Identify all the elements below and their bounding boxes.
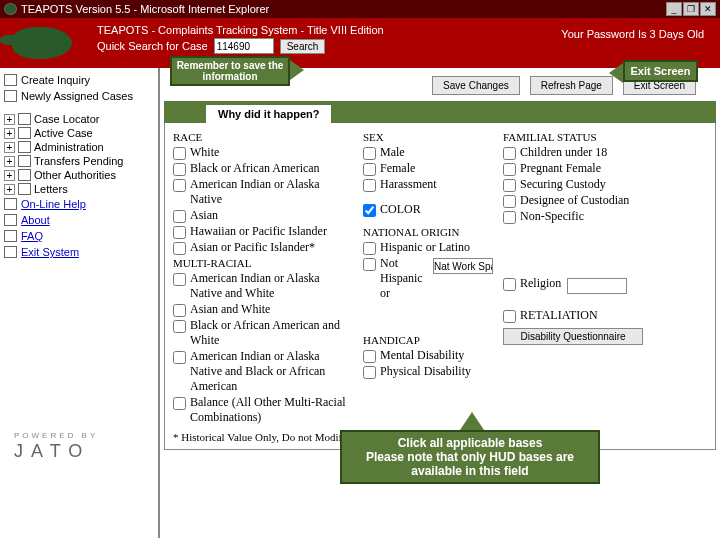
folder-icon (18, 183, 31, 195)
tree-active-case[interactable]: +Active Case (2, 126, 156, 140)
sidebar-newly-assigned[interactable]: Newly Assigned Cases (2, 88, 156, 104)
quicksearch-label: Quick Search for Case (97, 40, 208, 52)
chk-male[interactable] (363, 147, 376, 160)
doc-icon (4, 246, 17, 258)
chk-black[interactable] (173, 163, 186, 176)
folder-icon (18, 141, 31, 153)
chk-female[interactable] (363, 163, 376, 176)
chk-m2[interactable] (173, 304, 186, 317)
arrow-exit-icon (609, 63, 623, 83)
folder-icon (18, 169, 31, 181)
quicksearch-input[interactable] (214, 38, 274, 54)
hand-header: HANDICAP (363, 334, 493, 346)
titlebar: TEAPOTS Version 5.5 - Microsoft Internet… (0, 0, 720, 18)
doc-icon (4, 74, 17, 86)
chk-m3[interactable] (173, 320, 186, 333)
jato-logo: JATO (14, 441, 90, 462)
chk-retaliation[interactable] (503, 310, 516, 323)
tree-other-auth[interactable]: +Other Authorities (2, 168, 156, 182)
tree-case-locator[interactable]: +Case Locator (2, 112, 156, 126)
chk-custody[interactable] (503, 179, 516, 192)
fam-header: FAMILIAL STATUS (503, 131, 643, 143)
chk-religion[interactable] (503, 278, 516, 291)
nat-header: NATIONAL ORIGIN (363, 226, 493, 238)
app-icon (4, 3, 17, 15)
sex-header: SEX (363, 131, 493, 143)
chk-mental[interactable] (363, 350, 376, 363)
chk-m5[interactable] (173, 397, 186, 410)
religion-input[interactable] (567, 278, 627, 294)
window-title: TEAPOTS Version 5.5 - Microsoft Internet… (21, 3, 269, 15)
chk-harass[interactable] (363, 179, 376, 192)
chk-nonspec[interactable] (503, 211, 516, 224)
link-about[interactable]: About (2, 212, 156, 228)
doc-icon (4, 230, 17, 242)
close-button[interactable]: ✕ (700, 2, 716, 16)
link-help[interactable]: On-Line Help (2, 196, 156, 212)
callout-save: Remember to save the information (170, 56, 290, 86)
folder-icon (18, 127, 31, 139)
tree-administration[interactable]: +Administration (2, 140, 156, 154)
doc-icon (4, 90, 17, 102)
save-button[interactable]: Save Changes (432, 76, 520, 95)
chk-m4[interactable] (173, 351, 186, 364)
link-faq[interactable]: FAQ (2, 228, 156, 244)
callout-bottom: Click all applicable bases Please note t… (340, 430, 600, 484)
sidebar-create-inquiry[interactable]: Create Inquiry (2, 72, 156, 88)
chk-aian[interactable] (173, 179, 186, 192)
logo (4, 20, 89, 66)
folder-icon (18, 113, 31, 125)
chk-asian[interactable] (173, 210, 186, 223)
chk-hawaiian[interactable] (173, 226, 186, 239)
chk-designee[interactable] (503, 195, 516, 208)
historical-note: * Historical Value Only, Do not Modify (173, 431, 353, 443)
chk-m1[interactable] (173, 273, 186, 286)
tree-transfers[interactable]: +Transfers Pending (2, 154, 156, 168)
doc-icon (4, 214, 17, 226)
multi-header: MULTI-RACIAL (173, 257, 353, 269)
chk-nothisp[interactable] (363, 258, 376, 271)
chk-api[interactable] (173, 242, 186, 255)
chk-physical[interactable] (363, 366, 376, 379)
doc-icon (4, 198, 17, 210)
expand-icon[interactable]: + (4, 156, 15, 167)
tab-row: Why did it happen? (164, 101, 716, 123)
arrow-up-icon (460, 412, 484, 430)
header-band: TEAPOTS - Complaints Tracking System - T… (0, 18, 720, 68)
sidebar: Create Inquiry Newly Assigned Cases +Cas… (0, 68, 160, 538)
tab-why[interactable]: Why did it happen? (204, 103, 333, 123)
minimize-button[interactable]: _ (666, 2, 682, 16)
search-button[interactable]: Search (280, 39, 326, 54)
race-header: RACE (173, 131, 353, 143)
form-body: RACE White Black or African American Ame… (164, 123, 716, 450)
chk-white[interactable] (173, 147, 186, 160)
chk-hisp[interactable] (363, 242, 376, 255)
chk-color[interactable] (363, 204, 376, 217)
expand-icon[interactable]: + (4, 170, 15, 181)
teapot-icon (12, 27, 72, 59)
maximize-button[interactable]: ❐ (683, 2, 699, 16)
expand-icon[interactable]: + (4, 142, 15, 153)
refresh-button[interactable]: Refresh Page (530, 76, 613, 95)
callout-exit: Exit Screen (623, 60, 698, 82)
folder-icon (18, 155, 31, 167)
expand-icon[interactable]: + (4, 128, 15, 139)
disability-questionnaire-button[interactable]: Disability Questionnaire (503, 328, 643, 345)
chk-pregnant[interactable] (503, 163, 516, 176)
expand-icon[interactable]: + (4, 114, 15, 125)
tree-letters[interactable]: +Letters (2, 182, 156, 196)
chk-children[interactable] (503, 147, 516, 160)
link-exit[interactable]: Exit System (2, 244, 156, 260)
expand-icon[interactable]: + (4, 184, 15, 195)
nat-workspace-input[interactable] (433, 258, 493, 274)
window-controls: _ ❐ ✕ (666, 2, 716, 16)
arrow-save-icon (290, 60, 304, 80)
app-title: TEAPOTS - Complaints Tracking System - T… (97, 24, 541, 36)
powered-by: POWERED BY (14, 431, 98, 440)
